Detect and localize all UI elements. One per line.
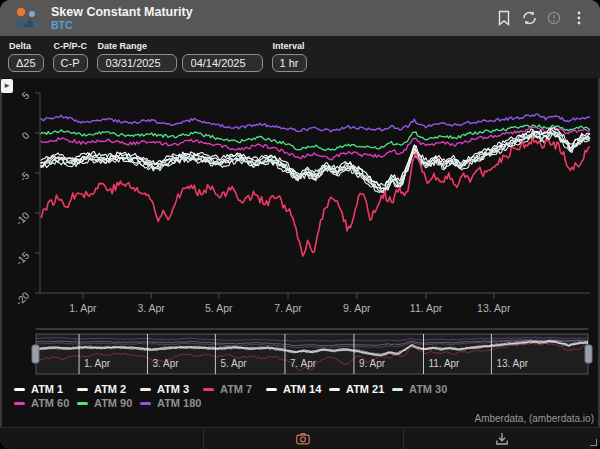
delta-label: Delta xyxy=(9,41,44,51)
widget-header: Skew Constant Maturity BTC xyxy=(0,0,600,36)
download-icon[interactable] xyxy=(494,431,510,447)
skew-constant-maturity-widget: Skew Constant Maturity BTC xyxy=(0,0,600,449)
legend-label: ATM 21 xyxy=(346,383,384,395)
legend-label: ATM 90 xyxy=(94,397,132,409)
chart-legend: ATM 1ATM 2ATM 3ATM 7ATM 14ATM 21ATM 30AT… xyxy=(0,382,470,410)
legend-item-atm-1[interactable]: ATM 1 xyxy=(14,382,77,396)
navigator-date-label: 11. Apr xyxy=(429,358,461,369)
camera-icon[interactable] xyxy=(295,431,311,447)
legend-item-atm-30[interactable]: ATM 30 xyxy=(392,382,455,396)
legend-marker xyxy=(14,388,25,391)
legend-label: ATM 180 xyxy=(157,397,201,409)
controls-bar: Delta Δ25 C-P/P-C C-P Date Range Interva… xyxy=(0,36,600,78)
legend-label: ATM 14 xyxy=(283,383,321,395)
x-tick-label: 7. Apr xyxy=(274,302,302,314)
legend-label: ATM 3 xyxy=(157,383,189,395)
y-tick-label: -5 xyxy=(17,169,31,183)
bookmark-icon[interactable] xyxy=(495,9,513,27)
legend-item-atm-60[interactable]: ATM 60 xyxy=(14,396,77,410)
delta-group: Delta Δ25 xyxy=(8,39,44,72)
legend-item-atm-90[interactable]: ATM 90 xyxy=(77,396,140,410)
legend-label: ATM 30 xyxy=(409,383,447,395)
legend-item-atm-7[interactable]: ATM 7 xyxy=(203,382,266,396)
navigator-date-label: 13. Apr xyxy=(496,358,528,369)
toolbar-divider xyxy=(203,428,204,449)
legend-marker xyxy=(329,388,340,391)
legend-marker xyxy=(203,388,214,391)
x-tick-label: 11. Apr xyxy=(410,302,443,314)
legend-item-atm-180[interactable]: ATM 180 xyxy=(140,396,203,410)
legend-marker xyxy=(140,402,151,405)
amberdata-logo-icon xyxy=(14,6,42,30)
x-tick-label: 1. Apr xyxy=(69,302,97,314)
interval-group: Interval 1 hr xyxy=(272,39,307,72)
legend-item-atm-2[interactable]: ATM 2 xyxy=(77,382,140,396)
stock-tools-toggle-icon[interactable]: ▸ xyxy=(1,79,13,93)
legend-marker xyxy=(77,402,88,405)
attribution-text: Amberdata, (amberdata.io) xyxy=(474,413,594,424)
x-tick-label: 13. Apr xyxy=(477,302,511,314)
navigator-date-label: 7. Apr xyxy=(290,358,317,369)
date-range-group: Date Range xyxy=(97,39,263,72)
y-tick-label: 5 xyxy=(20,89,32,101)
kebab-menu-icon[interactable] xyxy=(570,9,588,27)
info-icon[interactable] xyxy=(545,9,563,27)
navigator-handle-right[interactable] xyxy=(585,345,592,363)
main-series xyxy=(40,114,590,256)
series-atm-90 xyxy=(40,125,590,151)
legend-label: ATM 7 xyxy=(220,383,252,395)
legend-item-atm-21[interactable]: ATM 21 xyxy=(329,382,392,396)
navigator-date-label: 3. Apr xyxy=(153,358,180,369)
navigator-date-label: 9. Apr xyxy=(359,358,386,369)
interval-label: Interval xyxy=(273,41,307,51)
navigator-date-label: 5. Apr xyxy=(220,358,247,369)
x-tick-label: 3. Apr xyxy=(137,302,165,314)
legend-marker xyxy=(14,402,25,405)
date-range-label: Date Range xyxy=(98,41,263,51)
cppc-label: C-P/P-C xyxy=(54,41,88,51)
start-date-input[interactable] xyxy=(97,54,177,72)
legend-item-atm-3[interactable]: ATM 3 xyxy=(140,382,203,396)
page-title: Skew Constant Maturity xyxy=(51,5,495,19)
legend-label: ATM 2 xyxy=(94,383,126,395)
legend-label: ATM 60 xyxy=(31,397,69,409)
legend-item-atm-14[interactable]: ATM 14 xyxy=(266,382,329,396)
series-atm-3 xyxy=(40,131,590,191)
toolbar-divider xyxy=(403,428,404,449)
asset-label: BTC xyxy=(51,19,495,31)
y-tick-label: -15 xyxy=(13,249,31,267)
y-tick-label: -10 xyxy=(13,209,31,227)
y-tick-label: 0 xyxy=(20,129,32,141)
interval-select[interactable]: 1 hr xyxy=(272,54,307,72)
legend-marker xyxy=(392,388,403,391)
navigator-handle-left[interactable] xyxy=(32,345,39,363)
skew-chart[interactable]: 50-5-10-15-201. Apr3. Apr5. Apr7. Apr9. … xyxy=(0,78,600,378)
refresh-icon[interactable] xyxy=(520,9,538,27)
delta-select[interactable]: Δ25 xyxy=(8,54,44,72)
x-tick-label: 5. Apr xyxy=(205,302,233,314)
legend-marker xyxy=(77,388,88,391)
chart-area[interactable]: ▸ 50-5-10-15-201. Apr3. Apr5. Apr7. Apr9… xyxy=(0,78,600,378)
bottom-toolbar xyxy=(0,427,600,449)
y-tick-label: -20 xyxy=(13,289,31,307)
legend-marker xyxy=(266,388,277,391)
navigator-date-label: 1. Apr xyxy=(84,358,111,369)
end-date-input[interactable] xyxy=(182,54,263,72)
resize-handle-icon[interactable] xyxy=(590,439,597,446)
legend-marker xyxy=(140,388,151,391)
legend-label: ATM 1 xyxy=(31,383,63,395)
x-tick-label: 9. Apr xyxy=(343,302,371,314)
cppc-select[interactable]: C-P xyxy=(53,54,88,72)
cppc-group: C-P/P-C C-P xyxy=(53,39,88,72)
